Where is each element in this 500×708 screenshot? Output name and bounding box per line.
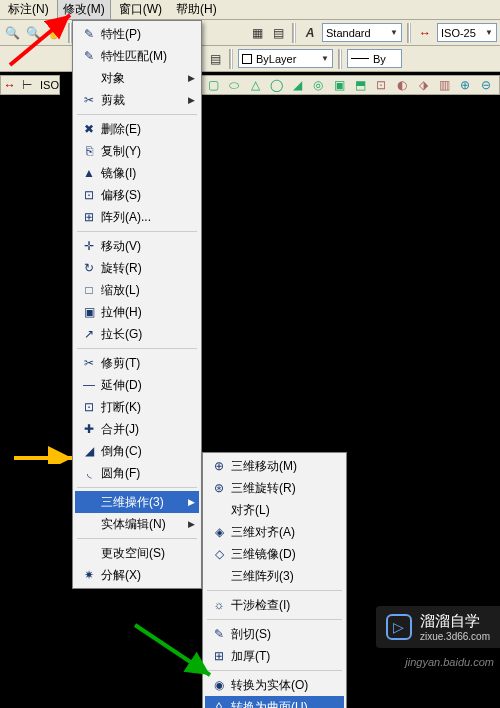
dim-style-icon[interactable]: ↔ [416, 24, 434, 42]
menu-item-match-props[interactable]: ✎特性匹配(M) [75, 45, 199, 67]
menu-label: 三维操作(3) [99, 494, 188, 511]
calc-icon[interactable]: ▦ [248, 24, 266, 42]
chevron-down-icon: ▼ [390, 28, 398, 37]
submenu-item-interfere[interactable]: ☼干涉检查(I) [205, 594, 344, 616]
menu-item-clip[interactable]: ✂剪裁▶ [75, 89, 199, 111]
menu-item-delete[interactable]: ✖删除(E) [75, 118, 199, 140]
palette-icon[interactable]: ▤ [269, 24, 287, 42]
polysolid-icon[interactable]: ⬒ [351, 76, 369, 94]
menu-annotate[interactable]: 标注(N) [2, 0, 55, 20]
watermark-baidu: jingyan.baidu.com [405, 656, 494, 668]
menu-label: 拉伸(H) [99, 304, 195, 321]
menu-item-fillet[interactable]: ◟圆角(F) [75, 462, 199, 484]
extrude-icon[interactable]: ⊡ [372, 76, 390, 94]
menu-label: 修剪(T) [99, 355, 195, 372]
cylinder-icon[interactable]: ⬭ [225, 76, 243, 94]
menu-label: 镜像(I) [99, 165, 195, 182]
box-icon[interactable]: ▢ [204, 76, 222, 94]
menu-label: 移动(V) [99, 238, 195, 255]
loft-icon[interactable]: ▥ [435, 76, 453, 94]
text-style-icon[interactable]: A [301, 24, 319, 42]
submenu-item-slice[interactable]: ✎剖切(S) [205, 623, 344, 645]
color-swatch [242, 54, 252, 64]
menu-label: 干涉检查(I) [229, 597, 340, 614]
stretch-icon: ▣ [79, 305, 99, 319]
menu-item-properties[interactable]: ✎特性(P) [75, 23, 199, 45]
menu-label: 阵列(A)... [99, 209, 195, 226]
menu-item-extend[interactable]: —延伸(D) [75, 374, 199, 396]
solids-toolbar: ▢ ⬭ △ ◯ ◢ ◎ ▣ ⬒ ⊡ ◐ ⬗ ▥ ⊕ ⊖ [200, 75, 500, 95]
zoom-out-icon[interactable]: 🔍 [24, 24, 42, 42]
menu-item-object[interactable]: 对象▶ [75, 67, 199, 89]
menu-item-trim[interactable]: ✂修剪(T) [75, 352, 199, 374]
linetype-combo[interactable]: By [347, 49, 402, 68]
menu-item-solidedit[interactable]: 实体编辑(N)▶ [75, 513, 199, 535]
zoom-in-icon[interactable]: 🔍 [3, 24, 21, 42]
join-icon: ✚ [79, 422, 99, 436]
dim-style-value: ISO-25 [441, 27, 476, 39]
explode-icon: ✷ [79, 568, 99, 582]
menu-label: 三维阵列(3) [229, 568, 340, 585]
subtract-icon[interactable]: ⊖ [477, 76, 495, 94]
menu-item-scale[interactable]: □缩放(L) [75, 279, 199, 301]
menu-item-lengthen[interactable]: ↗拉长(G) [75, 323, 199, 345]
submenu-item-thicken[interactable]: ⊞加厚(T) [205, 645, 344, 667]
menu-label: 对齐(L) [229, 502, 340, 519]
submenu-item-3darray[interactable]: 三维阵列(3) [205, 565, 344, 587]
mirror-icon: ▲ [79, 166, 99, 180]
menu-item-explode[interactable]: ✷分解(X) [75, 564, 199, 586]
menu-item-changespace[interactable]: 更改空间(S) [75, 542, 199, 564]
3dalign-icon: ◈ [209, 525, 229, 539]
menu-label: 旋转(R) [99, 260, 195, 277]
menu-label: 圆角(F) [99, 465, 195, 482]
chevron-right-icon: ▶ [188, 519, 195, 529]
menu-item-offset[interactable]: ⊡偏移(S) [75, 184, 199, 206]
submenu-item-3dalign[interactable]: ◈三维对齐(A) [205, 521, 344, 543]
text-style-combo[interactable]: Standard ▼ [322, 23, 402, 42]
chevron-right-icon: ▶ [188, 497, 195, 507]
submenu-item-align[interactable]: 对齐(L) [205, 499, 344, 521]
submenu-item-3dmirror[interactable]: ◇三维镜像(D) [205, 543, 344, 565]
text-style-value: Standard [326, 27, 371, 39]
wedge-icon[interactable]: ◢ [288, 76, 306, 94]
chamfer-icon: ◢ [79, 444, 99, 458]
offset-icon: ⊡ [79, 188, 99, 202]
menu-separator [77, 231, 197, 232]
menu-item-break[interactable]: ⊡打断(K) [75, 396, 199, 418]
submenu-item-3dmove[interactable]: ⊕三维移动(M) [205, 455, 344, 477]
sweep-icon[interactable]: ⬗ [414, 76, 432, 94]
sphere-icon[interactable]: ◯ [267, 76, 285, 94]
pyramid-icon[interactable]: ▣ [330, 76, 348, 94]
3drotate-icon: ⊛ [209, 481, 229, 495]
menu-item-join[interactable]: ✚合并(J) [75, 418, 199, 440]
menu-window[interactable]: 窗口(W) [113, 0, 168, 20]
torus-icon[interactable]: ◎ [309, 76, 327, 94]
pan-icon[interactable]: ✋ [45, 24, 63, 42]
submenu-item-3drotate[interactable]: ⊛三维旋转(R) [205, 477, 344, 499]
revolve-icon[interactable]: ◐ [393, 76, 411, 94]
dim-style-combo[interactable]: ISO-25 ▼ [437, 23, 497, 42]
layer-icon[interactable]: ▤ [206, 50, 224, 68]
cone-icon[interactable]: △ [246, 76, 264, 94]
menu-item-3dops[interactable]: 三维操作(3)▶ [75, 491, 199, 513]
menu-item-move[interactable]: ✛移动(V) [75, 235, 199, 257]
menu-separator [207, 590, 342, 591]
dim-linear-icon[interactable]: ⊢ [19, 76, 37, 94]
menu-modify[interactable]: 修改(M) [57, 0, 111, 20]
to-surface-icon: ◊ [209, 700, 229, 708]
color-combo[interactable]: ByLayer ▼ [238, 49, 333, 68]
menu-item-chamfer[interactable]: ◢倒角(C) [75, 440, 199, 462]
menu-item-stretch[interactable]: ▣拉伸(H) [75, 301, 199, 323]
menu-help[interactable]: 帮助(H) [170, 0, 223, 20]
menu-item-rotate[interactable]: ↻旋转(R) [75, 257, 199, 279]
menu-item-mirror[interactable]: ▲镜像(I) [75, 162, 199, 184]
menu-label: 偏移(S) [99, 187, 195, 204]
menu-item-copy[interactable]: ⎘复制(Y) [75, 140, 199, 162]
menubar: 标注(N) 修改(M) 窗口(W) 帮助(H) [0, 0, 500, 20]
submenu-item-to-surface[interactable]: ◊转换为曲面(U) [205, 696, 344, 708]
submenu-item-to-solid[interactable]: ◉转换为实体(O) [205, 674, 344, 696]
union-icon[interactable]: ⊕ [456, 76, 474, 94]
dim-update-icon[interactable]: ↔ [1, 76, 19, 94]
menu-item-array[interactable]: ⊞阵列(A)... [75, 206, 199, 228]
rotate-icon: ↻ [79, 261, 99, 275]
